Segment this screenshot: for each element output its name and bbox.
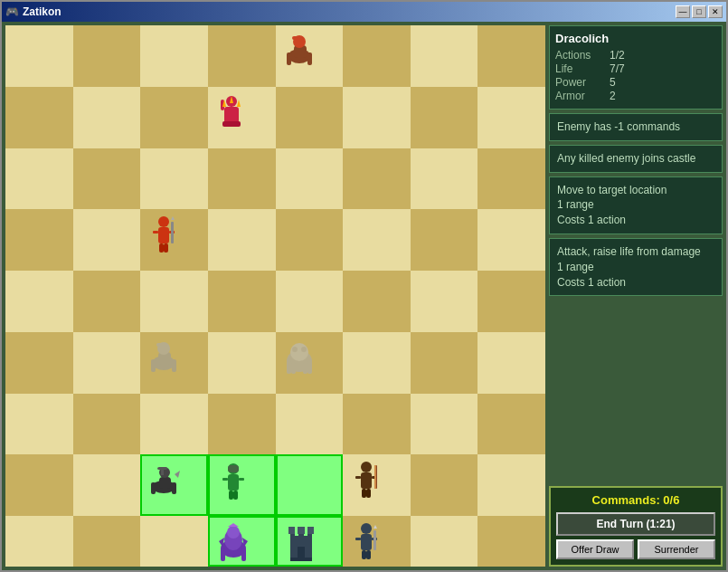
cell-4-2[interactable] <box>140 271 208 332</box>
cell-2-1[interactable] <box>73 148 141 210</box>
cell-1-3[interactable] <box>208 87 276 148</box>
cell-6-4[interactable] <box>276 394 344 455</box>
cell-8-3[interactable] <box>208 516 276 567</box>
cell-2-6[interactable] <box>411 148 478 210</box>
cell-5-0[interactable] <box>5 332 73 394</box>
piece-knight-gray[interactable] <box>140 332 187 379</box>
cell-7-0[interactable] <box>5 454 73 516</box>
game-board[interactable] <box>5 25 545 567</box>
maximize-button[interactable]: □ <box>692 5 706 18</box>
cell-0-6[interactable] <box>411 25 478 87</box>
svg-rect-65 <box>241 548 246 561</box>
cell-7-2[interactable] <box>140 454 208 516</box>
cell-0-3[interactable] <box>208 25 276 87</box>
cell-8-6[interactable] <box>411 516 478 567</box>
offer-draw-button[interactable]: Offer Draw <box>556 539 634 559</box>
cell-5-5[interactable] <box>343 332 411 394</box>
cell-6-7[interactable] <box>477 394 545 455</box>
svg-rect-34 <box>291 363 296 374</box>
cell-5-7[interactable] <box>477 332 545 394</box>
cell-6-3[interactable] <box>208 394 276 455</box>
cell-0-1[interactable] <box>73 25 141 87</box>
piece-beast-gray[interactable] <box>276 332 323 379</box>
cell-3-3[interactable] <box>208 209 276 271</box>
cell-6-2[interactable] <box>140 394 208 455</box>
cell-0-5[interactable] <box>343 25 411 87</box>
piece-castle-dark[interactable] <box>278 518 325 565</box>
cell-4-1[interactable] <box>73 271 141 332</box>
cell-8-5[interactable] <box>343 516 411 567</box>
svg-point-14 <box>158 216 169 227</box>
piece-knight-red[interactable] <box>276 25 323 72</box>
cell-3-2[interactable] <box>140 209 208 271</box>
cell-0-0[interactable] <box>5 25 73 87</box>
cell-1-4[interactable] <box>276 87 344 148</box>
cell-7-5[interactable] <box>343 454 411 516</box>
cell-1-0[interactable] <box>5 87 73 148</box>
minimize-button[interactable]: — <box>676 5 690 18</box>
board-area[interactable] <box>5 25 545 567</box>
cell-1-2[interactable] <box>140 87 208 148</box>
cell-3-0[interactable] <box>5 209 73 271</box>
piece-archer-dark[interactable] <box>343 454 390 501</box>
cell-8-1[interactable] <box>73 516 141 567</box>
cell-5-3[interactable] <box>208 332 276 394</box>
end-turn-button[interactable]: End Turn (1:21) <box>556 512 715 536</box>
cell-5-6[interactable] <box>411 332 478 394</box>
cell-3-5[interactable] <box>343 209 411 271</box>
cell-0-4[interactable] <box>276 25 344 87</box>
cell-8-7[interactable] <box>477 516 545 567</box>
cell-1-1[interactable] <box>73 87 141 148</box>
cell-2-7[interactable] <box>477 148 545 210</box>
cell-7-6[interactable] <box>411 454 478 516</box>
unit-name: Dracolich <box>555 32 716 45</box>
cell-1-6[interactable] <box>411 87 478 148</box>
cell-2-5[interactable] <box>343 148 411 210</box>
cell-0-2[interactable] <box>140 25 208 87</box>
cell-5-4[interactable] <box>276 332 344 394</box>
piece-cavalry-dark[interactable] <box>142 456 189 503</box>
cell-1-7[interactable] <box>477 87 545 148</box>
svg-rect-19 <box>164 243 168 253</box>
cell-4-5[interactable] <box>343 271 411 332</box>
cell-3-7[interactable] <box>477 209 545 271</box>
surrender-button[interactable]: Surrender <box>638 539 715 559</box>
piece-queen-red[interactable] <box>208 87 255 134</box>
cell-8-2[interactable] <box>140 516 208 567</box>
cell-4-3[interactable] <box>208 271 276 332</box>
cell-6-1[interactable] <box>73 394 141 455</box>
cell-5-1[interactable] <box>73 332 141 394</box>
cell-0-7[interactable] <box>477 25 545 87</box>
cell-2-2[interactable] <box>140 148 208 210</box>
cell-4-7[interactable] <box>477 271 545 332</box>
cell-3-6[interactable] <box>411 209 478 271</box>
cell-7-1[interactable] <box>73 454 141 516</box>
cell-5-2[interactable] <box>140 332 208 394</box>
cell-4-6[interactable] <box>411 271 478 332</box>
piece-warrior-red[interactable] <box>140 209 187 256</box>
piece-swordsman-dark[interactable] <box>343 516 390 563</box>
svg-rect-28 <box>156 343 167 347</box>
cell-4-4[interactable] <box>276 271 344 332</box>
cell-7-3[interactable] <box>208 454 276 516</box>
cell-8-4[interactable] <box>276 516 344 567</box>
cell-2-3[interactable] <box>208 148 276 210</box>
piece-soldier-dark[interactable] <box>210 456 257 503</box>
cell-6-6[interactable] <box>411 394 478 455</box>
cell-1-5[interactable] <box>343 87 411 148</box>
info-card-attack: Attack, raise life from damage 1 range C… <box>549 238 723 296</box>
cell-3-1[interactable] <box>73 209 141 271</box>
cell-7-4[interactable] <box>276 454 344 516</box>
cell-7-7[interactable] <box>477 454 545 516</box>
cell-2-4[interactable] <box>276 148 344 210</box>
piece-dragon-purple[interactable] <box>210 518 257 565</box>
cell-3-4[interactable] <box>276 209 344 271</box>
close-button[interactable]: ✕ <box>708 5 723 18</box>
cell-8-0[interactable] <box>5 516 73 567</box>
unit-info-panel: Dracolich Actions 1/2 Life 7/7 Power 5 A… <box>549 25 723 110</box>
cell-6-5[interactable] <box>343 394 411 455</box>
cell-6-0[interactable] <box>5 394 73 455</box>
cell-2-0[interactable] <box>5 148 73 210</box>
cell-4-0[interactable] <box>5 271 73 332</box>
svg-rect-51 <box>228 465 239 472</box>
